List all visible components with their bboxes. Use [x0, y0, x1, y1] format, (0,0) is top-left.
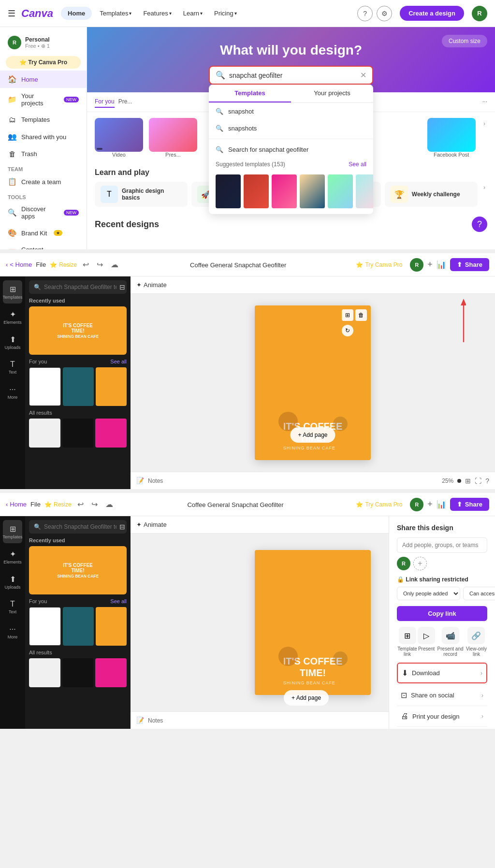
sidebar-item-create-team[interactable]: 📋 Create a team — [0, 173, 87, 190]
editor-add-collaborator-button-p3[interactable]: + — [427, 499, 433, 509]
for-you-see-all[interactable]: See all — [110, 359, 127, 364]
settings-icon[interactable]: ⚙ — [377, 6, 392, 21]
sidebar-item-trash[interactable]: 🗑 Trash — [0, 145, 87, 162]
recently-used-card[interactable]: IT'S COFFEETIME!SHINING BEAN CAFE — [29, 306, 127, 355]
dropdown-suggestion-2[interactable]: 🔍 snapshots — [209, 120, 373, 137]
share-permission-select[interactable]: Can access — [463, 587, 495, 600]
tool-text-p3[interactable]: T Text — [3, 595, 22, 619]
sidebar-item-discover[interactable]: 🔍 Discover apps NEW — [0, 201, 87, 224]
help-icon[interactable]: ? — [357, 6, 373, 21]
sidebar-item-shared[interactable]: 👥 Shared with you — [0, 128, 87, 145]
all-results-card-2[interactable] — [62, 419, 94, 448]
nav-templates-link[interactable]: Templates ▾ — [96, 10, 135, 17]
search-input[interactable] — [229, 72, 356, 79]
templates-filter-icon[interactable]: ⊟ — [119, 283, 125, 291]
for-you-card-3[interactable] — [96, 367, 127, 406]
editor-add-collaborator-button[interactable]: + — [427, 260, 433, 270]
share-view-only-link[interactable]: 🔗 View-only link — [466, 627, 487, 657]
template-thumb-1[interactable] — [216, 174, 241, 208]
copy-link-button[interactable]: Copy link — [397, 606, 487, 621]
cards-next-button[interactable]: › — [481, 118, 487, 158]
learn-card-challenge[interactable]: 🏆 Weekly challenge — [385, 182, 478, 207]
for-you-card-3-p3[interactable] — [96, 607, 127, 646]
tool-more[interactable]: ··· More — [3, 381, 22, 404]
share-people-input[interactable] — [397, 537, 487, 553]
editor-file-menu[interactable]: File — [36, 261, 46, 268]
editor-try-pro-button-p3[interactable]: ⭐ Try Canva Pro — [356, 501, 402, 508]
editor-analytics-button-p3[interactable]: 📊 — [437, 500, 446, 509]
all-results-card-2-p3[interactable] — [62, 658, 94, 687]
learn-next-button[interactable]: › — [481, 182, 487, 207]
template-thumb-2[interactable] — [244, 174, 269, 208]
design-card-presentation[interactable]: Pres... — [149, 118, 197, 158]
share-present-record[interactable]: 📹 Present and record — [435, 627, 466, 657]
fullscreen-icon[interactable]: ⛶ — [475, 477, 481, 485]
tool-elements-p3[interactable]: ✦ Elements — [3, 545, 22, 568]
template-thumb-5[interactable] — [328, 174, 353, 208]
editor-analytics-button[interactable]: 📊 — [437, 260, 446, 269]
for-you-card-1-p3[interactable] — [29, 607, 61, 646]
tool-elements[interactable]: ✦ Elements — [3, 305, 22, 329]
editor-avatar-p3[interactable]: R — [410, 498, 423, 511]
dropdown-suggestion-1[interactable]: 🔍 snapshot — [209, 103, 373, 120]
hamburger-icon[interactable]: ☰ — [8, 8, 15, 19]
template-thumb-4[interactable] — [300, 174, 325, 208]
for-you-card-2[interactable] — [63, 367, 94, 406]
tool-templates-p3[interactable]: ⊞ Templates — [3, 520, 22, 543]
sidebar-item-templates[interactable]: 🗂 Templates — [0, 111, 87, 128]
animate-button-p3[interactable]: ✦ Animate — [136, 521, 167, 528]
for-you-card-1[interactable] — [29, 367, 61, 406]
tool-uploads-p3[interactable]: ⬆ Uploads — [3, 570, 22, 593]
editor-try-pro-button[interactable]: ⭐ Try Canva Pro — [356, 261, 402, 268]
user-avatar[interactable]: R — [472, 6, 487, 21]
share-download-item[interactable]: ⬇ Download › — [397, 663, 487, 683]
tool-templates[interactable]: ⊞ Templates — [3, 280, 22, 304]
templates-search-input-p3[interactable] — [44, 523, 116, 530]
sidebar-item-brand-kit[interactable]: 🎨 Brand Kit ★ — [0, 224, 87, 242]
sidebar-item-home[interactable]: 🏠 Home — [0, 71, 87, 88]
nav-home-button[interactable]: Home — [61, 7, 92, 20]
share-present[interactable]: ▷ Present — [418, 627, 435, 657]
editor-resize-button-p3[interactable]: ⭐ Resize — [44, 501, 72, 508]
nav-features-link[interactable]: Features ▾ — [139, 10, 175, 17]
clear-search-icon[interactable]: ✕ — [360, 71, 366, 80]
all-results-card-3[interactable] — [95, 419, 127, 448]
editor-redo-button-p3[interactable]: ↪ — [89, 498, 100, 511]
try-pro-button[interactable]: ⭐ Try Canva Pro — [6, 56, 81, 69]
dropdown-tab-templates[interactable]: Templates — [209, 85, 291, 102]
templates-filter-icon-p3[interactable]: ⊟ — [119, 523, 125, 531]
editor-share-button-p3[interactable]: ⬆ Share — [450, 498, 489, 511]
sidebar-item-content-planner[interactable]: 📅 Content Planner ★ — [0, 242, 87, 249]
tool-text[interactable]: T Text — [3, 356, 22, 379]
animate-button[interactable]: ✦ Animate — [136, 281, 167, 289]
design-card-video[interactable]: Video — [95, 118, 143, 158]
tool-more-p3[interactable]: ··· More — [3, 621, 22, 644]
templates-search-input[interactable] — [44, 284, 116, 290]
canvas-copy-icon[interactable]: ⊞ — [342, 309, 353, 321]
template-thumb-3[interactable] — [272, 174, 297, 208]
cat-for-you[interactable]: For you — [95, 96, 115, 108]
share-print-item[interactable]: 🖨 Print your design › — [397, 707, 487, 725]
all-results-card-1[interactable] — [29, 419, 60, 448]
share-social-item[interactable]: ⊡ Share on social › — [397, 686, 487, 705]
add-page-button-p3[interactable]: + Add page — [284, 690, 329, 706]
all-results-card-3-p3[interactable] — [95, 658, 127, 687]
create-design-button[interactable]: Create a design — [400, 6, 464, 21]
template-thumb-6[interactable] — [356, 174, 373, 208]
custom-size-button[interactable]: Custom size — [442, 35, 487, 47]
editor-file-menu-p3[interactable]: File — [30, 501, 41, 508]
editor-back-button-p3[interactable]: ‹ Home — [6, 501, 27, 508]
canvas-document-p3[interactable]: IT'S COFFEE TIME! SHINING BEAN CAFE — [255, 550, 371, 695]
recent-designs-help-button[interactable]: ? — [472, 217, 487, 232]
grid-view-icon[interactable]: ⊞ — [465, 477, 471, 485]
editor-avatar[interactable]: R — [410, 258, 423, 272]
dropdown-search-for[interactable]: 🔍 Search for snapchat geofilter — [209, 141, 373, 158]
editor-back-button[interactable]: ‹ < Home — [6, 261, 32, 268]
share-access-select[interactable]: Only people added — [397, 587, 460, 600]
sidebar-item-projects[interactable]: 📁 Your projects NEW — [0, 88, 87, 111]
all-results-card-1-p3[interactable] — [29, 658, 60, 687]
editor-undo-button[interactable]: ↩ — [81, 258, 91, 271]
see-all-link[interactable]: See all — [349, 161, 366, 168]
help-bottom-icon[interactable]: ? — [485, 477, 489, 485]
for-you-see-all-p3[interactable]: See all — [110, 598, 127, 604]
